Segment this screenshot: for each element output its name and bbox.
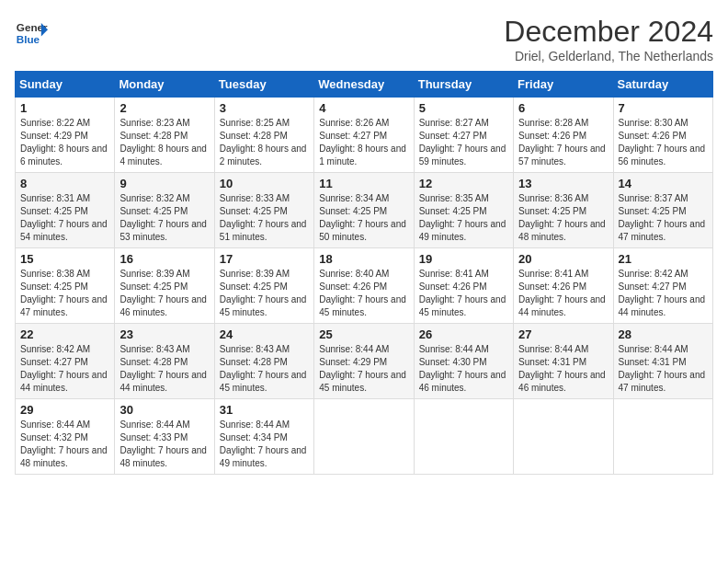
calendar-cell: 24Sunrise: 8:43 AMSunset: 4:28 PMDayligh… <box>214 324 313 399</box>
day-detail: Sunrise: 8:40 AMSunset: 4:26 PMDaylight:… <box>319 268 408 319</box>
day-detail: Sunrise: 8:34 AMSunset: 4:25 PMDaylight:… <box>319 192 408 244</box>
day-number: 1 <box>20 101 109 115</box>
location-subtitle: Driel, Gelderland, The Netherlands <box>504 49 713 63</box>
day-detail: Sunrise: 8:31 AMSunset: 4:25 PMDaylight:… <box>20 192 109 244</box>
day-number: 24 <box>220 327 309 341</box>
calendar-cell: 6Sunrise: 8:28 AMSunset: 4:26 PMDaylight… <box>514 98 613 173</box>
day-number: 14 <box>619 177 708 190</box>
day-detail: Sunrise: 8:42 AMSunset: 4:27 PMDaylight:… <box>20 343 109 395</box>
calendar-cell: 23Sunrise: 8:43 AMSunset: 4:28 PMDayligh… <box>115 324 214 399</box>
day-header-sunday: Sunday <box>16 72 115 98</box>
calendar-cell: 21Sunrise: 8:42 AMSunset: 4:27 PMDayligh… <box>613 248 712 324</box>
day-number: 19 <box>419 252 508 266</box>
day-header-saturday: Saturday <box>613 72 712 98</box>
calendar-table: SundayMondayTuesdayWednesdayThursdayFrid… <box>15 71 713 475</box>
calendar-cell: 10Sunrise: 8:33 AMSunset: 4:25 PMDayligh… <box>214 173 313 248</box>
day-number: 30 <box>119 403 209 417</box>
calendar-cell: 13Sunrise: 8:36 AMSunset: 4:25 PMDayligh… <box>514 173 613 248</box>
calendar-cell: 22Sunrise: 8:42 AMSunset: 4:27 PMDayligh… <box>16 324 115 399</box>
day-detail: Sunrise: 8:44 AMSunset: 4:33 PMDaylight:… <box>119 419 209 470</box>
calendar-cell: 28Sunrise: 8:44 AMSunset: 4:31 PMDayligh… <box>613 324 712 399</box>
calendar-cell: 4Sunrise: 8:26 AMSunset: 4:27 PMDaylight… <box>314 98 414 173</box>
calendar-cell: 16Sunrise: 8:39 AMSunset: 4:25 PMDayligh… <box>115 248 214 324</box>
calendar-cell: 17Sunrise: 8:39 AMSunset: 4:25 PMDayligh… <box>214 248 313 324</box>
calendar-week-row: 29Sunrise: 8:44 AMSunset: 4:32 PMDayligh… <box>16 399 713 475</box>
day-number: 27 <box>518 327 608 341</box>
day-detail: Sunrise: 8:28 AMSunset: 4:26 PMDaylight:… <box>518 117 608 168</box>
day-detail: Sunrise: 8:32 AMSunset: 4:25 PMDaylight:… <box>119 192 209 244</box>
calendar-cell: 26Sunrise: 8:44 AMSunset: 4:30 PMDayligh… <box>414 324 513 399</box>
day-number: 25 <box>319 327 408 341</box>
day-detail: Sunrise: 8:26 AMSunset: 4:27 PMDaylight:… <box>319 117 408 168</box>
calendar-cell: 29Sunrise: 8:44 AMSunset: 4:32 PMDayligh… <box>16 399 115 475</box>
day-detail: Sunrise: 8:44 AMSunset: 4:30 PMDaylight:… <box>419 343 508 395</box>
calendar-cell: 11Sunrise: 8:34 AMSunset: 4:25 PMDayligh… <box>314 173 414 248</box>
day-detail: Sunrise: 8:43 AMSunset: 4:28 PMDaylight:… <box>220 343 309 395</box>
calendar-week-row: 22Sunrise: 8:42 AMSunset: 4:27 PMDayligh… <box>16 324 713 399</box>
day-header-friday: Friday <box>514 72 613 98</box>
day-header-monday: Monday <box>115 72 214 98</box>
day-number: 20 <box>518 252 608 266</box>
day-number: 18 <box>319 252 408 266</box>
calendar-cell: 1Sunrise: 8:22 AMSunset: 4:29 PMDaylight… <box>16 98 115 173</box>
day-detail: Sunrise: 8:38 AMSunset: 4:25 PMDaylight:… <box>20 268 109 319</box>
day-detail: Sunrise: 8:44 AMSunset: 4:29 PMDaylight:… <box>319 343 408 395</box>
calendar-cell: 18Sunrise: 8:40 AMSunset: 4:26 PMDayligh… <box>314 248 414 324</box>
svg-text:Blue: Blue <box>17 33 40 45</box>
calendar-cell: 3Sunrise: 8:25 AMSunset: 4:28 PMDaylight… <box>214 98 313 173</box>
day-detail: Sunrise: 8:39 AMSunset: 4:25 PMDaylight:… <box>220 268 309 319</box>
day-header-tuesday: Tuesday <box>214 72 313 98</box>
day-detail: Sunrise: 8:22 AMSunset: 4:29 PMDaylight:… <box>20 117 109 168</box>
day-detail: Sunrise: 8:33 AMSunset: 4:25 PMDaylight:… <box>220 192 309 244</box>
calendar-cell: 14Sunrise: 8:37 AMSunset: 4:25 PMDayligh… <box>613 173 712 248</box>
page-header: General Blue December 2024 Driel, Gelder… <box>15 15 713 63</box>
day-number: 13 <box>518 177 608 190</box>
calendar-header-row: SundayMondayTuesdayWednesdayThursdayFrid… <box>16 72 713 98</box>
calendar-cell: 19Sunrise: 8:41 AMSunset: 4:26 PMDayligh… <box>414 248 513 324</box>
title-block: December 2024 Driel, Gelderland, The Net… <box>504 15 713 63</box>
logo: General Blue <box>15 15 48 48</box>
day-detail: Sunrise: 8:36 AMSunset: 4:25 PMDaylight:… <box>518 192 608 244</box>
calendar-week-row: 8Sunrise: 8:31 AMSunset: 4:25 PMDaylight… <box>16 173 713 248</box>
day-detail: Sunrise: 8:44 AMSunset: 4:31 PMDaylight:… <box>518 343 608 395</box>
day-number: 8 <box>20 177 109 190</box>
day-number: 23 <box>119 327 209 341</box>
calendar-cell <box>314 399 414 475</box>
day-header-thursday: Thursday <box>414 72 513 98</box>
day-detail: Sunrise: 8:37 AMSunset: 4:25 PMDaylight:… <box>619 192 708 244</box>
day-detail: Sunrise: 8:23 AMSunset: 4:28 PMDaylight:… <box>119 117 209 168</box>
calendar-week-row: 1Sunrise: 8:22 AMSunset: 4:29 PMDaylight… <box>16 98 713 173</box>
day-detail: Sunrise: 8:25 AMSunset: 4:28 PMDaylight:… <box>220 117 309 168</box>
calendar-cell: 2Sunrise: 8:23 AMSunset: 4:28 PMDaylight… <box>115 98 214 173</box>
day-number: 11 <box>319 177 408 190</box>
calendar-cell <box>613 399 712 475</box>
day-number: 7 <box>619 101 708 115</box>
calendar-cell: 30Sunrise: 8:44 AMSunset: 4:33 PMDayligh… <box>115 399 214 475</box>
day-number: 28 <box>619 327 708 341</box>
day-detail: Sunrise: 8:39 AMSunset: 4:25 PMDaylight:… <box>119 268 209 319</box>
calendar-cell <box>414 399 513 475</box>
day-detail: Sunrise: 8:41 AMSunset: 4:26 PMDaylight:… <box>518 268 608 319</box>
day-number: 16 <box>119 252 209 266</box>
day-number: 29 <box>20 403 109 417</box>
day-detail: Sunrise: 8:44 AMSunset: 4:32 PMDaylight:… <box>20 419 109 470</box>
calendar-cell: 15Sunrise: 8:38 AMSunset: 4:25 PMDayligh… <box>16 248 115 324</box>
day-header-wednesday: Wednesday <box>314 72 414 98</box>
day-number: 2 <box>119 101 209 115</box>
logo-icon: General Blue <box>15 15 48 48</box>
day-detail: Sunrise: 8:43 AMSunset: 4:28 PMDaylight:… <box>119 343 209 395</box>
day-detail: Sunrise: 8:27 AMSunset: 4:27 PMDaylight:… <box>419 117 508 168</box>
month-title: December 2024 <box>504 15 713 49</box>
calendar-cell: 7Sunrise: 8:30 AMSunset: 4:26 PMDaylight… <box>613 98 712 173</box>
day-detail: Sunrise: 8:44 AMSunset: 4:31 PMDaylight:… <box>619 343 708 395</box>
day-number: 31 <box>220 403 309 417</box>
calendar-cell: 12Sunrise: 8:35 AMSunset: 4:25 PMDayligh… <box>414 173 513 248</box>
day-number: 3 <box>220 101 309 115</box>
calendar-cell: 31Sunrise: 8:44 AMSunset: 4:34 PMDayligh… <box>214 399 313 475</box>
day-number: 26 <box>419 327 508 341</box>
calendar-week-row: 15Sunrise: 8:38 AMSunset: 4:25 PMDayligh… <box>16 248 713 324</box>
day-number: 17 <box>220 252 309 266</box>
calendar-cell: 8Sunrise: 8:31 AMSunset: 4:25 PMDaylight… <box>16 173 115 248</box>
day-number: 6 <box>518 101 608 115</box>
day-number: 4 <box>319 101 408 115</box>
